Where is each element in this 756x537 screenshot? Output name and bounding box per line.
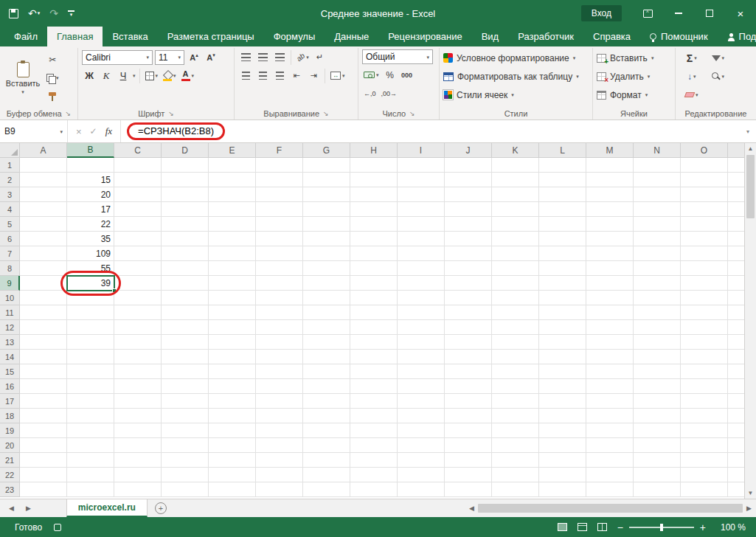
- cell-O1[interactable]: [681, 158, 728, 173]
- row-header-4[interactable]: 4: [0, 202, 20, 217]
- cell-L16[interactable]: [539, 379, 586, 394]
- cell-I16[interactable]: [398, 379, 445, 394]
- cell-O10[interactable]: [681, 291, 728, 305]
- cell-M19[interactable]: [586, 423, 634, 438]
- cell-J12[interactable]: [445, 320, 492, 335]
- tab-developer[interactable]: Разработчик: [508, 27, 583, 46]
- percent-format-button[interactable]: %: [383, 67, 398, 83]
- cell-E17[interactable]: [209, 394, 256, 409]
- cell-J6[interactable]: [445, 232, 492, 246]
- ribbon-display-options-icon[interactable]: ^: [632, 0, 663, 27]
- cell-G18[interactable]: [303, 409, 350, 423]
- cell-C6[interactable]: [114, 232, 162, 246]
- cell-I17[interactable]: [398, 394, 445, 409]
- view-page-layout-icon[interactable]: [578, 523, 587, 531]
- cell-N21[interactable]: [634, 453, 681, 468]
- cell-B22[interactable]: [67, 468, 114, 482]
- cell-O8[interactable]: [681, 261, 728, 276]
- column-header-O[interactable]: O: [681, 143, 728, 158]
- sort-filter-button[interactable]: ▾: [710, 50, 726, 66]
- delete-cells-button[interactable]: Удалить▾: [597, 69, 671, 84]
- cell-E23[interactable]: [209, 482, 256, 497]
- scroll-left-icon[interactable]: ◀: [469, 505, 474, 512]
- cell-M10[interactable]: [586, 291, 634, 305]
- scroll-up-icon[interactable]: ▲: [748, 145, 754, 152]
- cell-N11[interactable]: [634, 305, 681, 320]
- cell-I4[interactable]: [398, 202, 445, 217]
- number-format-select[interactable]: Общий▾: [362, 49, 433, 64]
- cell-M2[interactable]: [586, 173, 634, 187]
- cell-F2[interactable]: [256, 173, 303, 187]
- cell-F18[interactable]: [256, 409, 303, 423]
- row-header-11[interactable]: 11: [0, 305, 20, 320]
- cell-L9[interactable]: [539, 276, 586, 291]
- cell-O7[interactable]: [681, 246, 728, 261]
- cell-K4[interactable]: [492, 202, 539, 217]
- row-header-2[interactable]: 2: [0, 173, 20, 187]
- zoom-out-icon[interactable]: −: [617, 522, 623, 533]
- cell-F16[interactable]: [256, 379, 303, 394]
- cell-A20[interactable]: [20, 438, 67, 453]
- cell-M12[interactable]: [586, 320, 634, 335]
- cell-B16[interactable]: [67, 379, 114, 394]
- cell-C15[interactable]: [114, 364, 162, 379]
- cell-F13[interactable]: [256, 335, 303, 350]
- cell-C22[interactable]: [114, 468, 162, 482]
- cell-G21[interactable]: [303, 453, 350, 468]
- view-page-break-icon[interactable]: [597, 523, 607, 531]
- cell-E18[interactable]: [209, 409, 256, 423]
- cell-B15[interactable]: [67, 364, 114, 379]
- cell-N5[interactable]: [634, 217, 681, 232]
- cell-I14[interactable]: [398, 350, 445, 364]
- cell-M11[interactable]: [586, 305, 634, 320]
- cell-N16[interactable]: [634, 379, 681, 394]
- cell-H21[interactable]: [350, 453, 398, 468]
- cell-B4[interactable]: 17: [67, 202, 114, 217]
- cell-F22[interactable]: [256, 468, 303, 482]
- column-header-D[interactable]: D: [162, 143, 209, 158]
- cell-N14[interactable]: [634, 350, 681, 364]
- cell-O14[interactable]: [681, 350, 728, 364]
- cell-N1[interactable]: [634, 158, 681, 173]
- row-header-9[interactable]: 9: [0, 276, 20, 291]
- row-header-21[interactable]: 21: [0, 453, 20, 468]
- cell-A22[interactable]: [20, 468, 67, 482]
- cell-D3[interactable]: [162, 187, 209, 202]
- cell-C18[interactable]: [114, 409, 162, 423]
- cell-J5[interactable]: [445, 217, 492, 232]
- cell-H10[interactable]: [350, 291, 398, 305]
- vertical-scrollbar[interactable]: ▲ ▼: [744, 143, 756, 499]
- cell-E15[interactable]: [209, 364, 256, 379]
- cell-B8[interactable]: 55: [67, 261, 114, 276]
- cell-K20[interactable]: [492, 438, 539, 453]
- zoom-slider[interactable]: [629, 527, 694, 528]
- cell-L2[interactable]: [539, 173, 586, 187]
- cell-M8[interactable]: [586, 261, 634, 276]
- cell-E6[interactable]: [209, 232, 256, 246]
- align-right-button[interactable]: [272, 68, 287, 83]
- column-header-G[interactable]: G: [303, 143, 350, 158]
- cell-D4[interactable]: [162, 202, 209, 217]
- decrease-decimal-button[interactable]: ,00→: [380, 86, 399, 101]
- cell-L19[interactable]: [539, 423, 586, 438]
- cell-K1[interactable]: [492, 158, 539, 173]
- cell-K7[interactable]: [492, 246, 539, 261]
- cell-A16[interactable]: [20, 379, 67, 394]
- sheet-prev-icon[interactable]: ◀: [9, 505, 14, 512]
- cell-O19[interactable]: [681, 423, 728, 438]
- cell-A5[interactable]: [20, 217, 67, 232]
- zoom-slider-thumb[interactable]: [660, 524, 663, 531]
- cell-N3[interactable]: [634, 187, 681, 202]
- cell-J14[interactable]: [445, 350, 492, 364]
- cell-B2[interactable]: 15: [67, 173, 114, 187]
- cell-E9[interactable]: [209, 276, 256, 291]
- zoom-level[interactable]: 100 %: [716, 522, 746, 533]
- cell-G1[interactable]: [303, 158, 350, 173]
- merge-center-button[interactable]: ↔▾: [329, 68, 347, 83]
- cell-M7[interactable]: [586, 246, 634, 261]
- cell-J1[interactable]: [445, 158, 492, 173]
- cell-A9[interactable]: [20, 276, 67, 291]
- cell-F4[interactable]: [256, 202, 303, 217]
- cell-M15[interactable]: [586, 364, 634, 379]
- cell-M17[interactable]: [586, 394, 634, 409]
